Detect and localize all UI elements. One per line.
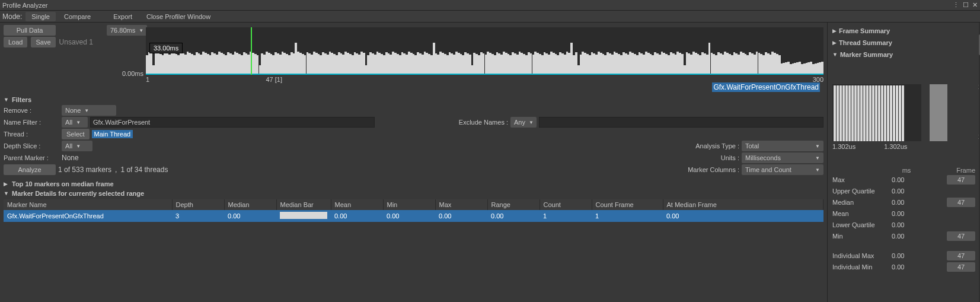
col-depth[interactable]: Depth [172, 199, 224, 210]
stat-max-ms: 0.00 [892, 176, 921, 183]
xaxis-start: 1 [146, 76, 149, 83]
stat-indmax-frame-button[interactable]: 47 [947, 251, 975, 260]
parent-marker-value: None [62, 154, 79, 162]
markers-info: 1 of 533 markers [58, 166, 111, 174]
depth-slice-dropdown[interactable]: All ▼ [62, 141, 92, 151]
cell-max: 0.00 [435, 210, 487, 222]
foldout-icon: ▶ [832, 40, 837, 46]
table-row[interactable]: Gfx.WaitForPresentOnGfxThread 3 0.00 0.0… [4, 210, 823, 222]
col-min[interactable]: Min [383, 199, 435, 210]
tab-compare[interactable]: Compare [58, 12, 97, 21]
stat-median-frame-button[interactable]: 47 [947, 198, 975, 207]
marker-details-header[interactable]: Marker Details for currently selected ra… [4, 190, 823, 197]
stat-indmin-frame-button[interactable]: 47 [947, 262, 975, 272]
col-max[interactable]: Max [435, 199, 487, 210]
stat-indmax-ms: 0.00 [892, 252, 921, 259]
stat-upperq-label: Upper Quartile [832, 187, 892, 195]
analyze-button[interactable]: Analyze [4, 164, 56, 175]
col-range[interactable]: Range [487, 199, 540, 210]
chevron-down-icon: ▼ [529, 120, 534, 125]
remove-dropdown[interactable]: None ▼ [62, 105, 116, 116]
thread-summary-header[interactable]: ▶ Thread Summary [832, 39, 975, 46]
window-title: Profile Analyzer [2, 2, 47, 9]
top10-header[interactable]: Top 10 markers on median frame [4, 180, 823, 187]
marker-summary-header[interactable]: ▼ Marker Summary [832, 51, 975, 58]
maximize-icon[interactable]: ☐ [963, 1, 969, 9]
exclude-names-input[interactable] [539, 117, 823, 128]
name-filter-input[interactable] [90, 117, 375, 128]
chevron-down-icon: ▼ [815, 155, 820, 161]
cell-count: 1 [540, 210, 592, 222]
cell-marker-name: Gfx.WaitForPresentOnGfxThread [4, 210, 172, 222]
stat-max-frame-button[interactable]: 47 [947, 175, 975, 185]
stat-min-ms: 0.00 [892, 233, 921, 240]
hist-footer-right: 1.302us [884, 143, 907, 150]
stat-min-frame-button[interactable]: 47 [947, 231, 975, 241]
analysis-type-dropdown[interactable]: Total ▼ [742, 141, 823, 151]
cell-count-frame: 1 [592, 210, 663, 222]
chevron-down-icon: ▼ [76, 144, 81, 149]
foldout-icon [4, 190, 9, 196]
stats-frame-header: Frame [946, 167, 975, 174]
frame-chart[interactable]: 33.00ms [146, 27, 823, 75]
close-icon[interactable]: ✕ [972, 1, 978, 9]
chevron-down-icon: ▼ [76, 120, 81, 125]
col-marker-name[interactable]: Marker Name [4, 199, 172, 210]
filters-header[interactable]: Filters [4, 96, 823, 103]
stat-indmin-ms: 0.00 [892, 263, 921, 271]
thread-select-button[interactable]: Select [62, 129, 90, 139]
chevron-down-icon: ▼ [815, 144, 820, 149]
cell-min: 0.00 [383, 210, 435, 222]
marker-columns-dropdown[interactable]: Time and Count ▼ [742, 164, 823, 175]
export-button[interactable]: Export [107, 12, 138, 21]
cell-depth: 3 [172, 210, 224, 222]
frame-summary-header[interactable]: ▶ Frame Summary [832, 27, 975, 34]
stats-ms-header: ms [892, 167, 921, 174]
col-count[interactable]: Count [540, 199, 592, 210]
playhead-icon[interactable] [251, 27, 252, 75]
cell-mean: 0.00 [331, 210, 383, 222]
stat-indmin-label: Individual Min [832, 263, 892, 271]
yaxis-bottom: 0.00ms [122, 70, 143, 77]
stat-mean-ms: 0.00 [892, 210, 921, 217]
tab-single[interactable]: Single [25, 12, 56, 21]
stat-indmax-label: Individual Max [832, 252, 892, 259]
units-dropdown[interactable]: Milliseconds ▼ [742, 152, 823, 163]
col-at-median-frame[interactable]: At Median Frame [663, 199, 823, 210]
thread-label: Thread : [4, 131, 59, 138]
parent-marker-label: Parent Marker : [4, 154, 59, 161]
marker-columns-label: Marker Columns : [688, 166, 739, 173]
stat-lowerq-label: Lower Quartile [832, 221, 892, 228]
stat-upperq-ms: 0.00 [892, 187, 921, 195]
units-label: Units : [721, 154, 739, 161]
analysis-type-label: Analysis Type : [695, 142, 739, 150]
col-count-frame[interactable]: Count Frame [592, 199, 663, 210]
name-filter-dropdown[interactable]: All ▼ [62, 117, 88, 128]
stat-mean-label: Mean [832, 210, 892, 217]
name-filter-label: Name Filter : [4, 119, 59, 126]
cell-median: 0.00 [224, 210, 276, 222]
context-menu-icon[interactable]: ⋮ [953, 1, 959, 9]
exclude-names-dropdown[interactable]: Any ▼ [510, 117, 537, 128]
close-profiler-button[interactable]: Close Profiler Window [141, 12, 216, 21]
foldout-icon: ▼ [832, 52, 838, 58]
stat-median-label: Median [832, 199, 892, 206]
cell-at-median-frame: 0.00 [663, 210, 823, 222]
col-mean[interactable]: Mean [331, 199, 383, 210]
marker-table: Marker Name Depth Median Median Bar Mean… [4, 199, 823, 222]
foldout-icon: ▶ [832, 28, 837, 34]
col-median[interactable]: Median [224, 199, 276, 210]
col-median-bar[interactable]: Median Bar [276, 199, 331, 210]
remove-label: Remove : [4, 107, 59, 114]
thread-selected[interactable]: Main Thread [92, 130, 133, 138]
threads-info: 1 of 34 threads [120, 166, 168, 174]
summary-bar [930, 84, 947, 141]
stat-min-label: Min [832, 233, 892, 240]
cell-median-bar [276, 210, 331, 222]
stat-lowerq-ms: 0.00 [892, 221, 921, 228]
depth-slice-label: Depth Slice : [4, 142, 59, 150]
histogram [832, 84, 921, 141]
mode-label: Mode: [2, 12, 22, 21]
exclude-names-label: Exclude Names : [459, 119, 508, 126]
selected-marker-banner[interactable]: Gfx.WaitForPresentOnGfxThread [712, 82, 820, 92]
